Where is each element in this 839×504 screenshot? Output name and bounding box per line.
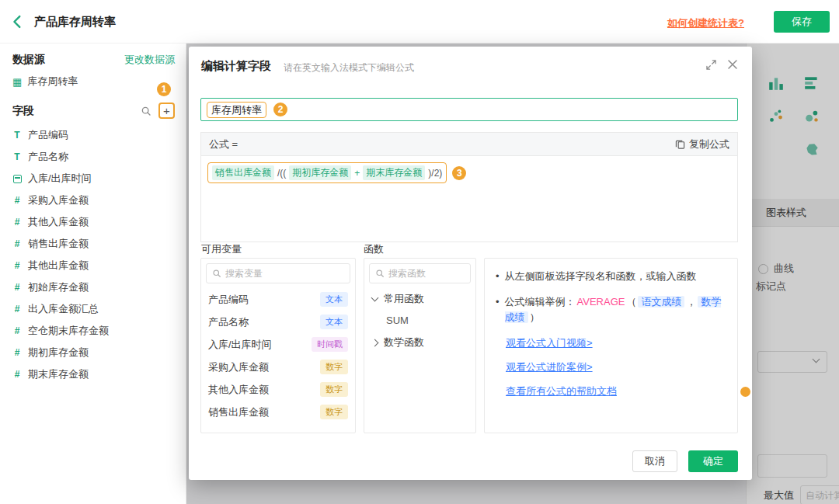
how-to-create-link[interactable]: 如何创建统计表? <box>667 16 744 30</box>
function-group[interactable]: 数学函数 <box>364 332 475 353</box>
save-button[interactable]: 保存 <box>774 11 830 33</box>
cancel-button[interactable]: 取消 <box>632 450 677 472</box>
edit-calculated-field-modal: 编辑计算字段 请在英文输入法模式下编辑公式 库存周转率 2 公式 = 复制公式 … <box>189 47 752 480</box>
formula-field-token: 期末库存金额 <box>363 165 425 180</box>
variable-type-badge: 数字 <box>320 360 348 374</box>
sidebar-field-item[interactable]: #出入库金额汇总 <box>12 298 181 320</box>
page-title: 产品库存周转率 <box>34 15 116 30</box>
search-icon <box>375 269 385 278</box>
sidebar-field-item[interactable]: #采购入库金额 <box>12 189 181 211</box>
field-name: 出入库金额汇总 <box>28 302 99 316</box>
example-function-name: AVERAGE <box>577 296 625 308</box>
help-link[interactable]: 观看公式入门视频> <box>506 335 726 351</box>
functions-tree: 常用函数SUM数学函数 <box>364 288 475 353</box>
change-datasource-link[interactable]: 更改数据源 <box>124 53 175 67</box>
datasource-item[interactable]: ▦ 库存周转率 <box>12 75 78 89</box>
sidebar-field-item[interactable]: 入库/出库时间 <box>12 168 181 189</box>
annotation-badge-2: 2 <box>273 103 287 116</box>
chevron-right-icon <box>371 339 379 346</box>
formula-operator: )/2) <box>428 168 442 179</box>
variable-search-input[interactable] <box>225 268 344 279</box>
fields-heading: 字段 <box>12 104 141 118</box>
variable-search[interactable] <box>206 263 350 283</box>
variable-name: 产品编码 <box>208 293 249 307</box>
function-group-name: 常用函数 <box>384 292 424 306</box>
field-name: 销售出库金额 <box>28 237 89 251</box>
datasource-heading: 数据源 <box>12 53 45 67</box>
variable-type-badge: 文本 <box>320 292 348 307</box>
variable-name: 销售出库金额 <box>208 405 269 419</box>
text-field-icon: T <box>12 130 22 141</box>
variable-item[interactable]: 产品编码文本 <box>201 288 355 311</box>
sidebar-field-item[interactable]: #销售出库金额 <box>12 233 181 255</box>
sidebar-field-item[interactable]: #其他出库金额 <box>12 255 181 276</box>
variable-name: 产品名称 <box>208 315 249 329</box>
chevron-down-icon <box>371 294 379 301</box>
sidebar-field-item[interactable]: #空仓期末库存金额 <box>12 320 181 342</box>
variable-item[interactable]: 销售出库金额数字 <box>201 401 355 423</box>
sidebar-field-item[interactable]: T产品名称 <box>12 146 181 168</box>
close-icon[interactable] <box>727 59 738 72</box>
function-group[interactable]: 常用函数 <box>364 288 475 310</box>
sidebar-field-item[interactable]: #期末库存金额 <box>12 363 181 385</box>
help-link[interactable]: 观看公式进阶案例> <box>506 360 726 375</box>
field-name: 期初库存金额 <box>28 346 89 360</box>
confirm-button[interactable]: 确定 <box>688 450 738 472</box>
variable-type-badge: 时间戳 <box>312 337 348 352</box>
search-fields-icon[interactable] <box>141 106 151 116</box>
sidebar-field-list: T产品编码T产品名称入库/出库时间#采购入库金额#其他入库金额#销售出库金额#其… <box>12 124 181 385</box>
help-link[interactable]: 查看所有公式的帮助文档 <box>506 384 726 399</box>
variable-type-badge: 数字 <box>320 405 348 419</box>
field-name-value: 库存周转率 <box>207 102 266 118</box>
bullet: • <box>496 294 500 325</box>
number-field-icon: # <box>12 260 22 271</box>
sidebar-field-item[interactable]: #期初库存金额 <box>12 342 181 363</box>
number-field-icon: # <box>12 347 22 358</box>
help-tip-2: 公式编辑举例：AVERAGE（语文成绩，数学成绩） <box>505 294 726 325</box>
copy-formula-button[interactable]: 复制公式 <box>675 137 729 151</box>
function-search[interactable] <box>369 263 471 283</box>
annotation-badge-1: 1 <box>157 82 171 96</box>
function-item[interactable]: SUM <box>364 310 475 332</box>
datasource-name: 库存周转率 <box>27 75 78 89</box>
variable-item[interactable]: 其他入库金额数字 <box>201 378 355 401</box>
variable-item[interactable]: 产品名称文本 <box>201 311 355 333</box>
number-field-icon: # <box>12 282 22 293</box>
variable-type-badge: 数字 <box>320 382 348 397</box>
number-field-icon: # <box>12 325 22 336</box>
formula-input-area[interactable]: 销售出库金额/((期初库存金额+期末库存金额)/2)3 <box>201 156 737 189</box>
field-name-input[interactable]: 库存周转率 2 <box>200 98 738 121</box>
add-field-button[interactable]: + <box>158 103 175 119</box>
variable-item[interactable]: 入库/出库时间时间戳 <box>201 333 355 356</box>
sidebar-field-item[interactable]: #初始库存金额 <box>12 276 181 298</box>
sidebar-field-item[interactable]: T产品编码 <box>12 124 181 146</box>
variable-type-badge: 文本 <box>320 315 348 329</box>
variable-name: 其他入库金额 <box>208 383 269 397</box>
bullet: • <box>496 269 500 284</box>
function-search-input[interactable] <box>388 268 465 279</box>
sidebar-field-item[interactable]: #其他入库金额 <box>12 211 181 233</box>
modal-title: 编辑计算字段 <box>201 59 271 74</box>
field-name: 采购入库金额 <box>28 193 89 207</box>
variables-list: 产品编码文本产品名称文本入库/出库时间时间戳采购入库金额数字其他入库金额数字销售… <box>201 288 355 423</box>
expand-icon[interactable] <box>706 60 716 72</box>
field-name: 入库/出库时间 <box>28 172 92 186</box>
formula-field-token: 期初库存金额 <box>289 165 351 180</box>
back-icon[interactable] <box>9 13 26 30</box>
help-panel: • 从左侧面板选择字段名和函数，或输入函数 • 公式编辑举例：AVERAGE（语… <box>484 258 738 433</box>
topbar: 产品库存周转率 如何创建统计表? 保存 <box>0 0 839 43</box>
date-field-icon <box>13 175 22 183</box>
variable-name: 采购入库金额 <box>208 360 269 374</box>
formula-field-token: 销售出库金额 <box>212 165 274 180</box>
help-links: 观看公式入门视频>观看公式进阶案例>查看所有公式的帮助文档 <box>496 335 726 399</box>
formula-label: 公式 = <box>209 137 675 151</box>
formula-editor: 公式 = 复制公式 销售出库金额/((期初库存金额+期末库存金额)/2)3 <box>200 132 738 242</box>
number-field-icon: # <box>12 238 22 249</box>
field-name: 产品编码 <box>28 128 68 142</box>
annotation-badge-3: 3 <box>452 166 466 180</box>
field-name: 其他出库金额 <box>28 259 89 273</box>
variable-item[interactable]: 采购入库金额数字 <box>201 356 355 378</box>
example-arg-token: 语文成绩 <box>638 296 684 308</box>
variable-name: 入库/出库时间 <box>208 338 272 352</box>
formula-operator: + <box>354 168 360 179</box>
